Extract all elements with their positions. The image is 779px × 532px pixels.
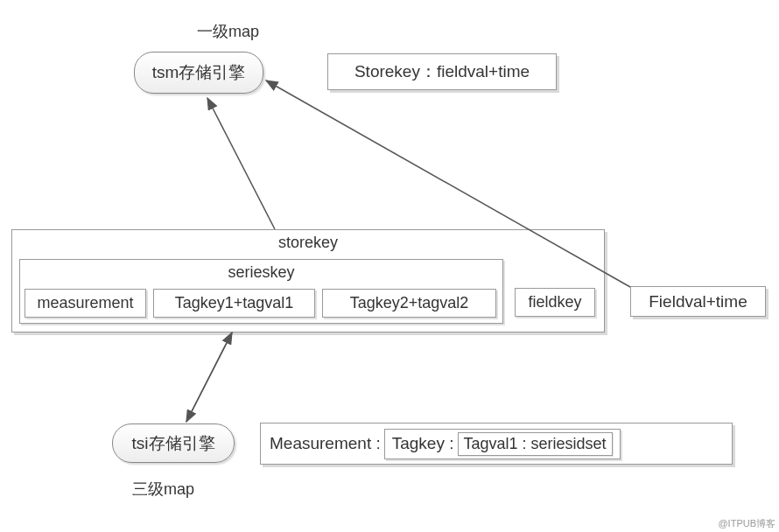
tsi-tagkey-inner: Tagkey : Tagval1 : seriesidset: [384, 429, 621, 459]
tsm-engine-label: tsm存储引擎: [152, 61, 246, 84]
tsi-engine-label: tsi存储引擎: [132, 432, 215, 455]
storekey-container: storekey serieskey measurement Tagkey1+t…: [11, 229, 605, 332]
watermark: @ITPUB博客: [718, 517, 775, 530]
serieskey-title: serieskey: [20, 260, 502, 285]
level3-map-label: 三级map: [132, 479, 194, 500]
tag2-box: Tagkey2+tagval2: [322, 289, 496, 318]
svg-line-3: [186, 332, 232, 422]
fieldval-time-box: Fieldval+time: [630, 286, 766, 317]
tsi-tagkey-text: Tagkey :: [392, 434, 454, 453]
tag2-text: Tagkey2+tagval2: [350, 294, 469, 312]
tsm-engine-node: tsm存储引擎: [134, 52, 263, 94]
fieldkey-text: fieldkey: [528, 293, 581, 312]
storekey-title: storekey: [12, 230, 604, 256]
tsi-engine-node: tsi存储引擎: [112, 424, 235, 463]
tsi-measurement-text: Measurement :: [270, 434, 381, 453]
tag1-box: Tagkey1+tagval1: [153, 289, 315, 318]
svg-line-1: [207, 98, 275, 229]
measurement-text: measurement: [37, 294, 133, 312]
fieldkey-box: fieldkey: [515, 288, 595, 317]
storekey-detail-text: Storekey：fieldval+time: [354, 60, 530, 83]
fieldval-time-text: Fieldval+time: [649, 292, 747, 312]
tsi-tagval-innermost: Tagval1 : seriesidset: [458, 432, 613, 456]
measurement-box: measurement: [25, 289, 146, 318]
serieskey-container: serieskey measurement Tagkey1+tagval1 Ta…: [19, 259, 503, 324]
tsi-detail-box: Measurement : Tagkey : Tagval1 : seriesi…: [260, 423, 733, 465]
storekey-detail-box: Storekey：fieldval+time: [327, 53, 557, 90]
tag1-text: Tagkey1+tagval1: [175, 294, 294, 312]
svg-line-4: [186, 332, 232, 422]
level1-map-label: 一级map: [197, 21, 259, 42]
